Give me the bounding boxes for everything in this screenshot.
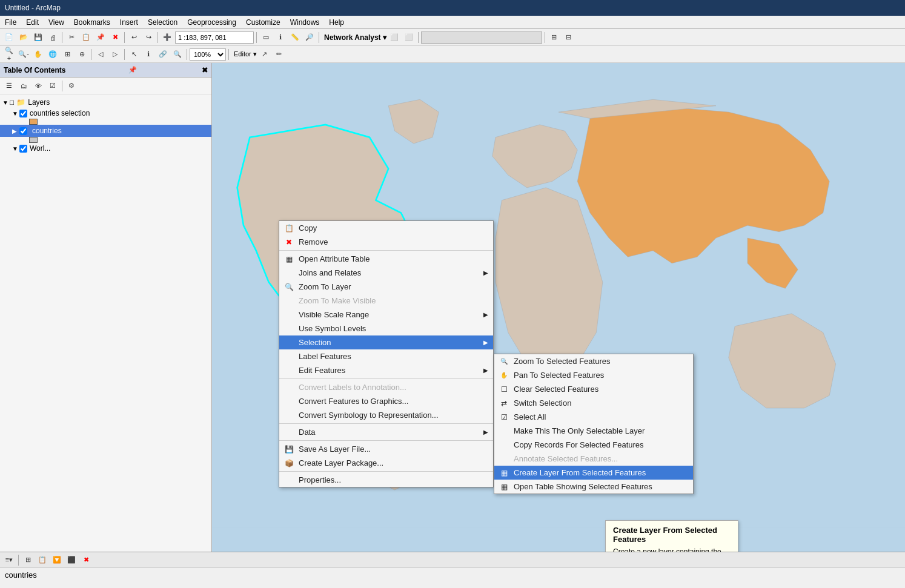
fixed-zoom-in-btn[interactable]: ⊕	[75, 48, 88, 61]
menu-convert-symbology[interactable]: Convert Symbology to Representation...	[279, 408, 493, 422]
menu-zoom-to-layer[interactable]: 🔍 Zoom To Layer	[279, 280, 493, 294]
new-btn[interactable]: 📄	[2, 31, 16, 44]
na-btn2[interactable]: ⬜	[402, 31, 416, 44]
menu-copy[interactable]: 📋 Copy	[279, 221, 493, 235]
menu-zoom-selected[interactable]: 🔍 Zoom To Selected Features	[494, 354, 693, 368]
menu-copy-records[interactable]: Copy Records For Selected Features	[494, 438, 693, 452]
menu-clear-selected[interactable]: ☐ Clear Selected Features	[494, 382, 693, 396]
save-btn[interactable]: 💾	[31, 31, 45, 44]
measure-btn[interactable]: 📏	[288, 31, 302, 44]
standard-toolbar: 📄 📂 💾 🖨 ✂ 📋 📌 ✖ ↩ ↪ ➕ 1 :183, 897, 081 ▭…	[0, 29, 905, 46]
toc-close-icon[interactable]: ✖	[202, 66, 208, 74]
menu-pan-selected[interactable]: ✋ Pan To Selected Features	[494, 368, 693, 382]
paste-btn[interactable]: 📌	[94, 31, 107, 44]
forward-btn[interactable]: ▷	[108, 48, 122, 61]
menu-switch-selection[interactable]: ⇄ Switch Selection	[494, 396, 693, 410]
open-btn[interactable]: 📂	[17, 31, 30, 44]
table-btn4[interactable]: ⬛	[65, 553, 78, 567]
zoom-in-btn[interactable]: 🔍+	[2, 48, 16, 61]
menu-save-layer-file[interactable]: 💾 Save As Layer File...	[279, 442, 493, 456]
menu-joins-relates[interactable]: Joins and Relates ▶	[279, 266, 493, 280]
info-btn[interactable]: ℹ	[142, 48, 155, 61]
menu-select-all[interactable]: ☑ Select All	[494, 410, 693, 424]
cut-btn[interactable]: ✂	[65, 31, 78, 44]
menu-data[interactable]: Data ▶	[279, 425, 493, 439]
menu-edit[interactable]: Edit	[24, 18, 41, 27]
menu-create-layer-selected[interactable]: ▦ Create Layer From Selected Features	[494, 466, 693, 480]
toc-layers-group[interactable]: ▼ □ 📁 Layers	[0, 97, 211, 108]
menu-create-layer-package[interactable]: 📦 Create Layer Package...	[279, 456, 493, 470]
menu-customize[interactable]: Customize	[244, 18, 283, 27]
menu-windows[interactable]: Windows	[288, 18, 322, 27]
menu-insert[interactable]: Insert	[118, 18, 141, 27]
toc-countries-selection[interactable]: ▼ countries selection	[0, 108, 211, 119]
menu-properties[interactable]: Properties...	[279, 473, 493, 487]
menu-label-features[interactable]: Label Features	[279, 349, 493, 363]
joins-icon	[283, 267, 295, 279]
hyperlink-btn[interactable]: 🔗	[156, 48, 170, 61]
edit-btn2[interactable]: ✏	[273, 48, 286, 61]
find-btn2[interactable]: 🔍	[171, 48, 184, 61]
pan-btn[interactable]: ✋	[31, 48, 45, 61]
sep-a	[279, 250, 493, 251]
select-features-btn[interactable]: ↖	[127, 48, 141, 61]
tools-toolbar: 🔍+ 🔍- ✋ 🌐 ⊞ ⊕ ◁ ▷ ↖ ℹ 🔗 🔍 100% 50% 200% …	[0, 46, 905, 63]
menu-convert-features[interactable]: Convert Features to Graphics...	[279, 394, 493, 408]
menu-geoprocessing[interactable]: Geoprocessing	[185, 18, 239, 27]
c-checkbox[interactable]	[19, 127, 27, 135]
menu-file[interactable]: File	[2, 18, 19, 27]
globe-btn[interactable]: 🌐	[46, 48, 59, 61]
redo-btn[interactable]: ↪	[142, 31, 155, 44]
menu-open-table-selected[interactable]: ▦ Open Table Showing Selected Features	[494, 480, 693, 494]
menu-selection[interactable]: Selection ▶	[279, 335, 493, 349]
menu-view[interactable]: View	[46, 18, 67, 27]
menu-remove[interactable]: ✖ Remove	[279, 235, 493, 249]
menu-symbol-levels[interactable]: Use Symbol Levels	[279, 322, 493, 335]
coord-input[interactable]: 1 :183, 897, 081	[175, 31, 254, 44]
toc-list-btn[interactable]: ☰	[2, 79, 16, 93]
zoom-out-btn[interactable]: 🔍-	[17, 48, 30, 61]
na-btn1[interactable]: ⬜	[388, 31, 401, 44]
delete-btn[interactable]: ✖	[108, 31, 122, 44]
table-menu-btn[interactable]: ≡▾	[2, 553, 16, 567]
back-btn[interactable]: ◁	[94, 48, 107, 61]
toc-options-btn[interactable]: ⚙	[65, 79, 78, 93]
menu-bookmarks[interactable]: Bookmarks	[71, 18, 113, 27]
menu-edit-features[interactable]: Edit Features ▶	[279, 363, 493, 377]
table-btn2[interactable]: 📋	[36, 553, 49, 567]
cs-checkbox[interactable]	[19, 110, 27, 117]
map-area[interactable]: 📋 Copy ✖ Remove ▦ Open Attribute Table J…	[212, 63, 905, 552]
toc-visible-btn[interactable]: 👁	[31, 79, 45, 93]
grid-btn[interactable]: ⊞	[548, 31, 561, 44]
toc-countries[interactable]: ▶ countries	[0, 125, 211, 137]
copy-btn[interactable]: 📋	[79, 31, 93, 44]
menu-open-attribute-table[interactable]: ▦ Open Attribute Table	[279, 252, 493, 266]
toc-world[interactable]: ▼ Worl...	[0, 143, 211, 154]
zoom-level-select[interactable]: 100% 50% 200%	[190, 48, 226, 61]
select-btn[interactable]: ▭	[259, 31, 273, 44]
menu-help[interactable]: Help	[327, 18, 346, 27]
toc-pin-icon[interactable]: 📌	[128, 66, 137, 74]
print-btn[interactable]: 🖨	[46, 31, 59, 44]
menu-visible-scale[interactable]: Visible Scale Range ▶	[279, 308, 493, 322]
bottom-toolbar: ≡▾ ⊞ 📋 🔽 ⬛ ✖	[0, 552, 905, 568]
full-extent-btn[interactable]: ⊞	[61, 48, 74, 61]
tooltip-title: Create Layer From Selected Features	[613, 526, 731, 544]
add-data-btn[interactable]: ➕	[161, 31, 174, 44]
table-btn1[interactable]: ⊞	[21, 553, 35, 567]
search-input[interactable]	[421, 31, 542, 44]
menu-only-selectable[interactable]: Make This The Only Selectable Layer	[494, 424, 693, 438]
open-table-icon: ▦	[498, 481, 510, 493]
toc-source-btn[interactable]: 🗂	[17, 79, 30, 93]
w-checkbox[interactable]	[19, 145, 27, 153]
toc-select-btn[interactable]: ☑	[46, 79, 59, 93]
undo-btn[interactable]: ↩	[127, 31, 141, 44]
table-btn3[interactable]: 🔽	[50, 553, 64, 567]
scale-arrow: ▶	[483, 311, 488, 318]
identify-btn[interactable]: ℹ	[274, 31, 287, 44]
grid-btn2[interactable]: ⊟	[562, 31, 575, 44]
menu-selection[interactable]: Selection	[145, 18, 180, 27]
edit-btn1[interactable]: ↗	[258, 48, 271, 61]
find-btn[interactable]: 🔎	[303, 31, 316, 44]
table-close-btn[interactable]: ✖	[79, 553, 93, 567]
